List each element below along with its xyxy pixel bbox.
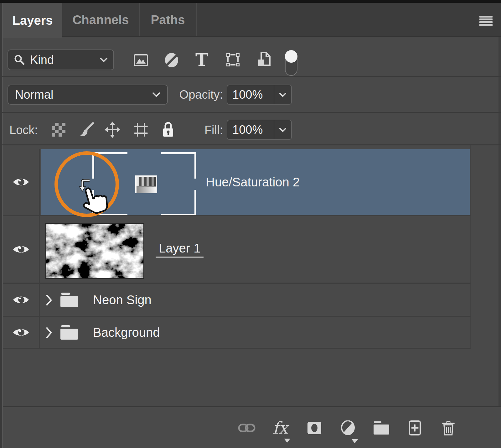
- layer1-thumbnail[interactable]: [45, 223, 144, 279]
- tab-channels[interactable]: Channels: [62, 3, 139, 37]
- opacity-value[interactable]: 100%: [227, 88, 274, 102]
- filter-kind-value: Kind: [30, 53, 54, 67]
- search-icon: [14, 54, 25, 65]
- layer-name[interactable]: Background: [93, 317, 160, 348]
- fill-dropdown-button[interactable]: [274, 120, 291, 139]
- panel-right-edge: [498, 3, 501, 448]
- layer-name[interactable]: Hue/Saturation 2: [206, 149, 300, 215]
- smart-object-filter-icon[interactable]: [257, 51, 272, 68]
- layer-filtering-toggle[interactable]: [285, 53, 297, 76]
- tab-paths[interactable]: Paths: [140, 3, 196, 37]
- lock-position-icon[interactable]: [105, 122, 120, 138]
- fill-label: Fill:: [185, 120, 223, 140]
- layer-style-fx-icon[interactable]: fx: [271, 415, 289, 441]
- clouds-noise-image: [46, 224, 143, 278]
- new-group-icon[interactable]: [373, 415, 390, 441]
- fill-value[interactable]: 100%: [227, 123, 274, 137]
- layer-name[interactable]: Neon Sign: [93, 284, 152, 316]
- group-expand-chevron-icon[interactable]: [46, 294, 53, 306]
- tab-layers[interactable]: Layers: [3, 3, 62, 38]
- opacity-input[interactable]: 100%: [227, 85, 292, 105]
- shape-layer-filter-icon[interactable]: [225, 52, 241, 68]
- pixel-layer-filter-icon[interactable]: [133, 53, 148, 68]
- eye-icon[interactable]: [12, 244, 30, 255]
- panel-menu-icon[interactable]: [479, 16, 493, 26]
- delete-layer-trash-icon[interactable]: [440, 415, 457, 441]
- panel-tab-bar: Layers Channels Paths: [3, 3, 501, 37]
- lock-image-pixels-icon[interactable]: [79, 122, 94, 137]
- panel-left-edge: [0, 3, 3, 448]
- eye-icon[interactable]: [12, 327, 30, 338]
- layer-name[interactable]: Layer 1: [156, 241, 204, 258]
- type-layer-filter-icon[interactable]: T: [194, 51, 209, 68]
- group-expand-chevron-icon[interactable]: [46, 327, 53, 338]
- chevron-down-icon: [152, 92, 160, 97]
- lock-all-icon[interactable]: [161, 121, 175, 138]
- tab-channels-label: Channels: [72, 13, 129, 27]
- eye-icon[interactable]: [12, 176, 30, 188]
- add-layer-mask-icon[interactable]: [306, 415, 323, 441]
- selection-bracket-top-right: [161, 152, 196, 179]
- lock-artboard-nesting-icon[interactable]: [133, 122, 148, 137]
- adjustment-flyout-triangle: [352, 439, 358, 443]
- opacity-dropdown-button[interactable]: [274, 85, 291, 104]
- new-layer-icon[interactable]: [406, 415, 424, 441]
- lock-transparent-pixels-icon[interactable]: [51, 123, 66, 137]
- fx-flyout-triangle: [284, 439, 290, 443]
- visibility-cell: [3, 317, 40, 348]
- adjustment-layer-filter-icon[interactable]: [164, 52, 179, 68]
- filter-kind-select[interactable]: Kind: [8, 49, 114, 70]
- adjustment-layer-thumbnail[interactable]: [135, 175, 157, 193]
- lock-label: Lock:: [9, 120, 38, 140]
- panel-top-edge: [0, 0, 501, 3]
- fill-input[interactable]: 100%: [227, 120, 292, 140]
- folder-icon[interactable]: [60, 325, 78, 340]
- visibility-cell: [3, 149, 40, 215]
- panel-footer: fx: [3, 406, 501, 448]
- new-adjustment-layer-icon[interactable]: [339, 415, 357, 441]
- opacity-label: Opacity:: [169, 85, 223, 105]
- layers-panel: Layers Channels Paths Kind T: [0, 0, 501, 448]
- eye-icon[interactable]: [12, 294, 30, 305]
- blend-mode-value: Normal: [15, 88, 53, 102]
- selection-bracket-bottom-right: [161, 190, 196, 216]
- link-layers-icon[interactable]: [238, 415, 256, 441]
- visibility-cell: [3, 284, 40, 316]
- chevron-down-icon: [100, 57, 108, 62]
- toggle-knob: [285, 50, 297, 63]
- folder-icon[interactable]: [60, 293, 78, 307]
- blend-mode-select[interactable]: Normal: [8, 85, 168, 105]
- tab-layers-label: Layers: [13, 13, 53, 28]
- tab-paths-label: Paths: [151, 13, 185, 27]
- visibility-cell: [3, 216, 40, 283]
